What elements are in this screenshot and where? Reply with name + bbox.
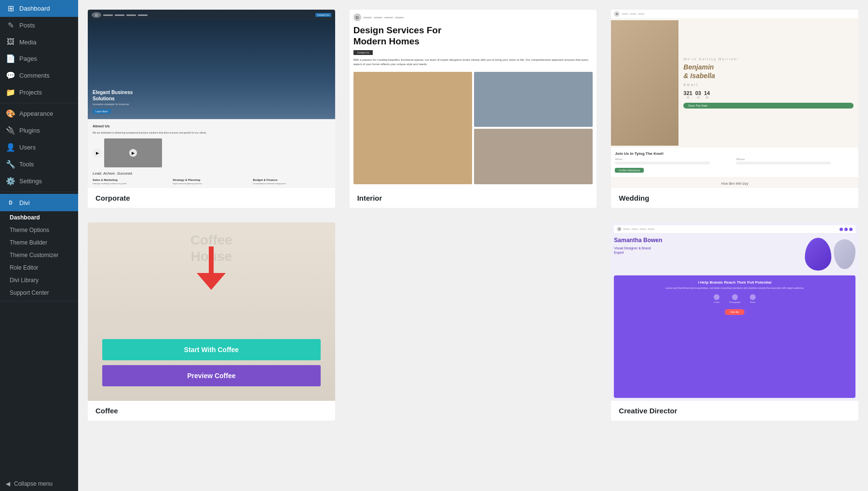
theme-label-creative-director: Creative Director xyxy=(611,401,858,421)
interior-body: With a passion for creating beautiful, f… xyxy=(353,58,593,67)
sidebar-item-label: Settings xyxy=(19,177,42,185)
sidebar-item-tools[interactable]: 🔧 Tools xyxy=(0,156,78,173)
sidebar-divider xyxy=(0,103,78,103)
nav-item xyxy=(126,14,136,16)
sidebar-divider-2 xyxy=(0,191,78,192)
creative-role: Visual Designer & BrandExpert xyxy=(614,246,801,256)
dashboard-icon: ⊞ xyxy=(6,4,15,13)
join-text: Join Us In Tying The Knot! xyxy=(615,151,854,156)
divi-menu-header[interactable]: D Divi xyxy=(0,194,78,211)
sidebar-item-label: Comments xyxy=(19,72,50,79)
theme-label-coffee: Coffee xyxy=(88,401,335,421)
sidebar-item-projects[interactable]: 📁 Projects xyxy=(0,84,78,101)
preview-coffee-button[interactable]: Preview Coffee xyxy=(102,365,321,386)
sidebar-item-media[interactable]: 🖼 Media xyxy=(0,34,78,50)
empty-slot xyxy=(350,222,597,421)
sidebar-item-users[interactable]: 👤 Users xyxy=(0,139,78,156)
nav-dot-1 xyxy=(840,228,843,231)
settings-icon: ⚙️ xyxy=(6,177,15,186)
theme-preview-interior: D Design Services ForModern Homes Contac… xyxy=(350,10,597,188)
creative-cta-button[interactable]: Hire Me xyxy=(725,309,745,315)
where-value xyxy=(736,162,831,164)
users-icon: 👤 xyxy=(6,143,15,152)
sidebar-item-label: Users xyxy=(19,144,36,151)
tools-icon: 🔧 xyxy=(6,160,15,169)
theme-label-interior: Interior xyxy=(350,188,597,208)
creative-bottom-text: Luctus sed blandit lacoreet suspendisse,… xyxy=(619,286,851,290)
sidebar-item-settings[interactable]: ⚙️ Settings xyxy=(0,173,78,190)
theme-label-corporate: Corporate xyxy=(88,188,335,208)
divi-sub-theme-options[interactable]: Theme Options xyxy=(0,224,78,236)
svg-marker-1 xyxy=(197,273,226,290)
coffee-arrow-icon xyxy=(197,246,226,295)
nav-item xyxy=(103,14,113,16)
theme-preview-creative: D xyxy=(611,222,858,401)
theme-label-wedding: Wedding xyxy=(611,188,858,208)
sidebar-divider-3 xyxy=(0,301,78,301)
theme-card-coffee[interactable]: CoffeeHouse Start With Coffee Preview Co… xyxy=(88,222,335,421)
lead-tagline: Lead. Achive. Succeed. xyxy=(93,171,330,176)
corporate-nav: D Contact Us xyxy=(88,10,335,20)
when-value xyxy=(615,162,709,164)
creative-blob-1 xyxy=(805,238,831,271)
start-with-coffee-button[interactable]: Start With Coffee xyxy=(102,339,321,360)
nav-dot-2 xyxy=(844,228,848,231)
sidebar-item-label: Projects xyxy=(19,89,42,96)
interior-title: Design Services ForModern Homes xyxy=(353,25,593,47)
wedding-confirm-btn[interactable]: Confirm Attendance xyxy=(615,168,644,173)
appearance-icon: 🎨 xyxy=(6,109,15,118)
creative-bottom-title: I Help Brands Reach Their Full Potential xyxy=(619,280,851,285)
collapse-menu-button[interactable]: ◀ Collapse menu xyxy=(0,477,78,491)
divi-sub-theme-builder[interactable]: Theme Builder xyxy=(0,236,78,249)
wedding-photo xyxy=(611,20,678,146)
creative-blob-2 xyxy=(834,239,855,269)
sidebar-item-label: Tools xyxy=(19,161,34,168)
interior-img-bottom-right xyxy=(474,129,593,184)
sidebar-item-appearance[interactable]: 🎨 Appearance xyxy=(0,105,78,122)
theme-card-corporate[interactable]: D Contact Us Elegant BusinessSolutions I… xyxy=(88,10,335,208)
sidebar-item-label: Appearance xyxy=(19,110,53,117)
creative-name: Samantha Bowen xyxy=(614,237,801,245)
col-budget: Budget & Finance xyxy=(253,178,330,181)
sidebar-item-dashboard[interactable]: ⊞ Dashboard xyxy=(0,0,78,17)
collapse-label: Collapse menu xyxy=(14,480,53,487)
sidebar-item-posts[interactable]: ✎ Posts xyxy=(0,17,78,34)
theme-card-wedding[interactable]: D We're Getting Married! Benjamin& Isabe… xyxy=(611,10,858,208)
divi-icon: D xyxy=(6,198,15,207)
corporate-hero-text: Elegant BusinessSolutions Innovative str… xyxy=(93,89,133,114)
divi-sub-role-editor[interactable]: Role Editor xyxy=(0,261,78,274)
themes-grid: D Contact Us Elegant BusinessSolutions I… xyxy=(88,10,858,421)
divi-sub-theme-customizer[interactable]: Theme Customizer xyxy=(0,249,78,261)
sidebar-item-plugins[interactable]: 🔌 Plugins xyxy=(0,122,78,139)
divi-label: Divi xyxy=(19,199,30,206)
creative-icon-brand: Brand xyxy=(750,294,756,303)
projects-icon: 📁 xyxy=(6,88,15,97)
creative-icon-curate: Curate xyxy=(714,294,719,303)
col-strategy: Strategy & Planning xyxy=(173,178,250,181)
nav-item xyxy=(138,14,148,16)
theme-preview-wedding: D We're Getting Married! Benjamin& Isabe… xyxy=(611,10,858,188)
sidebar-item-label: Media xyxy=(19,39,36,46)
nav-dot-3 xyxy=(849,228,853,231)
theme-card-interior[interactable]: D Design Services ForModern Homes Contac… xyxy=(350,10,597,208)
interior-img-left xyxy=(353,72,472,184)
divi-sub-divi-library[interactable]: Divi Library xyxy=(0,274,78,286)
wedding-subtitle: Await xyxy=(683,83,854,86)
divi-sub-support-center[interactable]: Support Center xyxy=(0,286,78,299)
wedding-rsvp-btn[interactable]: Save The Date xyxy=(683,103,854,109)
sidebar-item-pages[interactable]: 📄 Pages xyxy=(0,50,78,67)
nav-item xyxy=(115,14,124,16)
theme-card-creative-director[interactable]: D xyxy=(611,222,858,421)
divi-sub-dashboard[interactable]: Dashboard xyxy=(0,211,78,224)
sidebar-item-label: Dashboard xyxy=(19,5,50,12)
sidebar-item-comments[interactable]: 💬 Comments xyxy=(0,67,78,84)
plugins-icon: 🔌 xyxy=(6,126,15,135)
comments-icon: 💬 xyxy=(6,71,15,80)
main-content: D Contact Us Elegant BusinessSolutions I… xyxy=(78,0,868,491)
pages-icon: 📄 xyxy=(6,54,15,63)
sidebar-item-label: Pages xyxy=(19,55,37,62)
wedding-tagline: How Ben Met Izzy xyxy=(611,179,858,188)
sidebar-item-label: Plugins xyxy=(19,127,40,134)
posts-icon: ✎ xyxy=(6,21,15,30)
col-sales: Sales & Marketing xyxy=(93,178,170,181)
